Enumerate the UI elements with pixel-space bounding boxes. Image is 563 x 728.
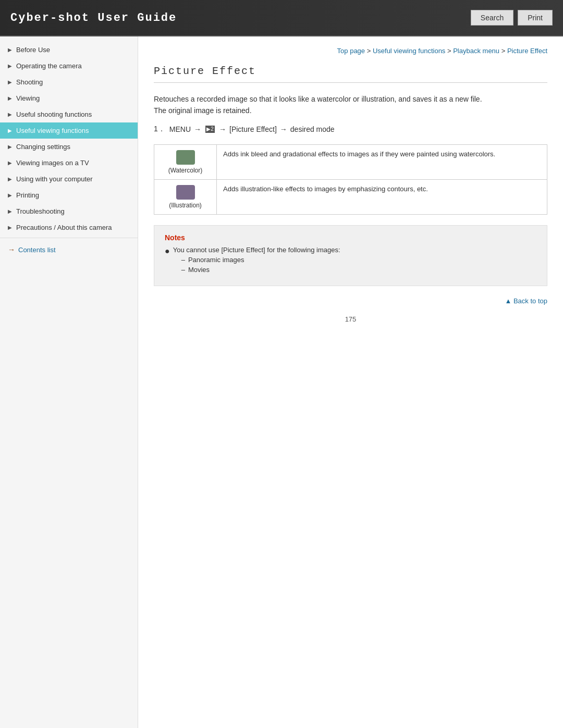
sidebar-item-label: Before Use [16, 46, 50, 54]
page-title: Picture Effect [154, 65, 547, 83]
sidebar-item-label: Operating the camera [16, 62, 82, 70]
intro-line1: Retouches a recorded image so that it lo… [154, 95, 482, 103]
step-arrow2: → [219, 125, 226, 133]
sidebar-item-label: Changing settings [16, 143, 70, 151]
arrow-icon: ▶ [8, 144, 12, 150]
arrow-icon: ▶ [8, 225, 12, 230]
arrow-icon: ▶ [8, 79, 12, 85]
table-row: (Illustration) Adds illustration-like ef… [154, 179, 547, 214]
notes-section: Notes ● You cannot use [Picture Effect] … [154, 225, 547, 286]
arrow-icon: ▶ [8, 192, 12, 198]
step-arrow3: → [280, 125, 287, 133]
sidebar-item-label: Useful viewing functions [16, 127, 89, 134]
sidebar-item-troubleshooting[interactable]: ▶ Troubleshooting [0, 203, 138, 219]
arrow-icon: ▶ [8, 95, 12, 101]
notes-item-text: You cannot use [Picture Effect] for the … [173, 246, 340, 254]
sidebar-item-label: Useful shooting functions [16, 110, 92, 118]
step-number: 1． [154, 125, 165, 134]
arrow-icon: ▶ [8, 176, 12, 182]
sidebar-item-precautions[interactable]: ▶ Precautions / About this camera [0, 219, 138, 236]
step-bracket: [Picture Effect] [229, 125, 277, 133]
header-buttons: Search Print [471, 10, 553, 26]
illustration-label: (Illustration) [161, 202, 210, 209]
play-icon: ▶2 [205, 126, 215, 133]
intro-line2: The original image is retained. [154, 106, 252, 115]
sidebar-item-label: Printing [16, 191, 39, 199]
step-arrow1: → [194, 125, 201, 133]
watercolor-description: Adds ink bleed and gradational effects t… [217, 144, 547, 179]
step-instruction: 1． MENU → ▶2 → [Picture Effect] → desire… [154, 125, 547, 134]
breadcrumb-current: Picture Effect [507, 47, 547, 55]
app-title: Cyber-shot User Guide [10, 11, 177, 24]
main-container: ▶ Before Use ▶ Operating the camera ▶ Sh… [0, 36, 563, 728]
sub-list-item: Movies [181, 266, 340, 274]
breadcrumb-top[interactable]: Top page [337, 47, 365, 55]
watercolor-icon-cell: (Watercolor) [154, 144, 217, 179]
arrow-icon: ▶ [8, 47, 12, 53]
sidebar-item-shooting[interactable]: ▶ Shooting [0, 74, 138, 90]
table-row: (Watercolor) Adds ink bleed and gradatio… [154, 144, 547, 179]
sidebar-item-viewing-on-tv[interactable]: ▶ Viewing images on a TV [0, 155, 138, 171]
print-button[interactable]: Print [518, 10, 553, 26]
arrow-icon: ▶ [8, 63, 12, 69]
breadcrumb: Top page > Useful viewing functions > Pl… [154, 47, 547, 55]
breadcrumb-sep2: > [445, 47, 453, 55]
bullet-icon: ● [165, 246, 170, 256]
page-number: 175 [154, 315, 547, 323]
notes-list: ● You cannot use [Picture Effect] for th… [165, 246, 536, 276]
step-after: desired mode [290, 125, 335, 133]
intro-text: Retouches a recorded image so that it lo… [154, 93, 547, 117]
back-to-top-link[interactable]: ▲ Back to top [505, 297, 547, 305]
arrow-right-icon: → [8, 245, 15, 254]
arrow-icon: ▶ [8, 112, 12, 117]
breadcrumb-sep1: > [365, 47, 373, 55]
sidebar-item-viewing[interactable]: ▶ Viewing [0, 90, 138, 106]
sidebar-item-label: Troubleshooting [16, 207, 65, 215]
arrow-icon: ▶ [8, 128, 12, 133]
sidebar-item-useful-shooting[interactable]: ▶ Useful shooting functions [0, 106, 138, 122]
illustration-description: Adds illustration-like effects to images… [217, 179, 547, 214]
watercolor-icon [176, 150, 195, 165]
sidebar-item-printing[interactable]: ▶ Printing [0, 187, 138, 203]
arrow-icon: ▶ [8, 208, 12, 214]
back-to-top: ▲ Back to top [154, 297, 547, 305]
sidebar-item-label: Using with your computer [16, 175, 93, 183]
header: Cyber-shot User Guide Search Print [0, 0, 563, 36]
notes-title: Notes [165, 233, 536, 242]
breadcrumb-sep3: > [499, 47, 507, 55]
breadcrumb-useful-viewing[interactable]: Useful viewing functions [373, 47, 445, 55]
contents-list-link[interactable]: → Contents list [0, 240, 138, 259]
sidebar-item-label: Viewing [16, 94, 40, 102]
notes-item-content: You cannot use [Picture Effect] for the … [173, 246, 340, 276]
notes-sub-list: Panoramic images Movies [181, 256, 340, 274]
sidebar-item-before-use[interactable]: ▶ Before Use [0, 42, 138, 58]
sub-list-item: Panoramic images [181, 256, 340, 264]
sidebar-item-useful-viewing[interactable]: ▶ Useful viewing functions [0, 122, 138, 139]
sidebar-divider [0, 238, 138, 238]
sidebar-item-using-computer[interactable]: ▶ Using with your computer [0, 171, 138, 187]
sidebar-item-label: Viewing images on a TV [16, 159, 89, 167]
effects-table: (Watercolor) Adds ink bleed and gradatio… [154, 144, 547, 215]
sidebar-item-operating-camera[interactable]: ▶ Operating the camera [0, 58, 138, 74]
notes-item: ● You cannot use [Picture Effect] for th… [165, 246, 536, 276]
step-menu: MENU [169, 125, 191, 133]
illustration-icon-cell: (Illustration) [154, 179, 217, 214]
sidebar-item-label: Shooting [16, 78, 43, 86]
watercolor-label: (Watercolor) [161, 167, 210, 174]
arrow-icon: ▶ [8, 160, 12, 166]
sidebar-item-changing-settings[interactable]: ▶ Changing settings [0, 139, 138, 155]
content-area: Top page > Useful viewing functions > Pl… [138, 36, 563, 728]
sidebar: ▶ Before Use ▶ Operating the camera ▶ Sh… [0, 36, 138, 728]
sidebar-item-label: Precautions / About this camera [16, 224, 112, 231]
search-button[interactable]: Search [471, 10, 513, 26]
breadcrumb-playback-menu[interactable]: Playback menu [453, 47, 499, 55]
illustration-icon [176, 185, 195, 200]
contents-list-label: Contents list [18, 246, 56, 254]
